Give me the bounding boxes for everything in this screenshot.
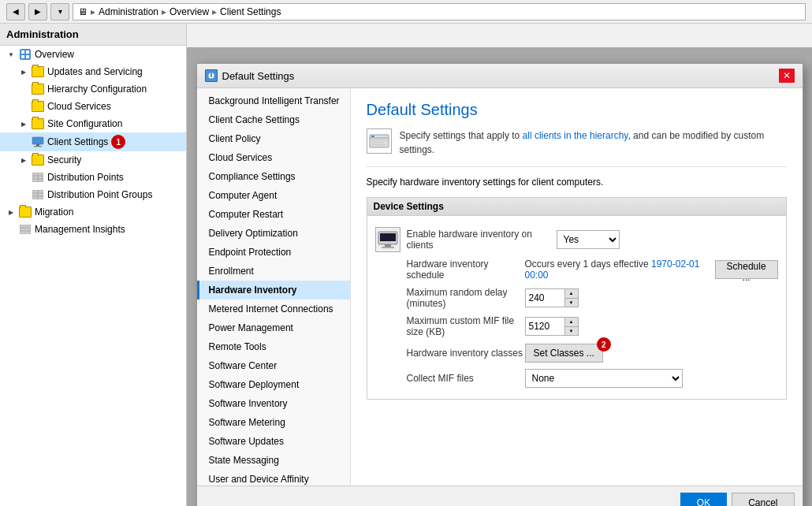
schedule-text: Occurs every 1 days effective 1970-02-01…: [525, 259, 709, 281]
forward-button[interactable]: ▶: [28, 3, 47, 20]
nav-item-hardware-inventory[interactable]: Hardware Inventory: [197, 281, 350, 300]
svg-rect-24: [371, 136, 374, 137]
nav-item-computer-restart[interactable]: Computer Restart: [197, 205, 350, 224]
main-container: Administration ▼ Overview ▶ Updates and …: [0, 24, 812, 506]
label-collect-mif: Collect MIF files: [375, 373, 525, 384]
sidebar-item-updates[interactable]: ▶ Updates and Servicing: [0, 63, 186, 80]
set-classes-button[interactable]: Set Classes ...: [525, 344, 603, 363]
spinbox-max-delay: ▲ ▼: [525, 288, 579, 307]
spinbox-mif-size: ▲ ▼: [525, 317, 579, 336]
control-mif-size: ▲ ▼: [525, 317, 579, 336]
nav-item-software-updates[interactable]: Software Updates: [197, 432, 350, 451]
ok-button[interactable]: OK: [680, 493, 727, 506]
schedule-button[interactable]: Schedule ...: [715, 260, 778, 279]
nav-item-metered-internet[interactable]: Metered Internet Connections: [197, 300, 350, 318]
dropdown-button[interactable]: ▾: [50, 3, 69, 20]
nav-item-remote-tools[interactable]: Remote Tools: [197, 337, 350, 356]
dialog: Default Settings ✕ Background Intelligen…: [196, 63, 803, 506]
nav-item-software-center[interactable]: Software Center: [197, 356, 350, 375]
sidebar-item-overview[interactable]: ▼ Overview: [0, 46, 186, 63]
svg-rect-2: [26, 50, 29, 54]
sidebar-item-security[interactable]: ▶ Security: [0, 151, 186, 169]
sidebar-item-dist-points[interactable]: Distribution Points: [0, 169, 186, 186]
sidebar-item-mgmt-insights[interactable]: Management Insights: [0, 221, 186, 238]
spin-btns-mif: ▲ ▼: [565, 318, 578, 335]
dropdown-collect-mif[interactable]: None Collect IDMIF files Collect NOIDMIF…: [525, 369, 683, 388]
spin-btns-delay: ▲ ▼: [565, 289, 578, 307]
dialog-close-button[interactable]: ✕: [779, 69, 795, 83]
sidebar-label-site-config: Site Configuration: [47, 118, 122, 129]
folder-icon-security: [32, 154, 44, 166]
spin-down-mif[interactable]: ▼: [565, 327, 578, 336]
settings-row-max-delay: Maximum random delay (minutes) ▲ ▼: [375, 284, 778, 312]
table-icon-dp: [32, 172, 44, 183]
info-text-1: Specify settings that apply to: [400, 130, 523, 141]
svg-rect-5: [32, 137, 43, 144]
svg-rect-4: [26, 55, 29, 58]
breadcrumb-client-settings[interactable]: Client Settings: [220, 6, 281, 17]
dialog-titlebar: Default Settings ✕: [197, 64, 803, 88]
nav-item-cloud-services[interactable]: Cloud Services: [197, 148, 350, 167]
nav-item-delivery-optimization[interactable]: Delivery Optimization: [197, 224, 350, 243]
pc-icon-client: [32, 136, 44, 147]
sidebar-item-migration[interactable]: ▶ Migration: [0, 203, 186, 221]
control-collect-mif: None Collect IDMIF files Collect NOIDMIF…: [525, 369, 683, 388]
breadcrumb-overview[interactable]: Overview: [169, 6, 209, 17]
nav-item-user-device-affinity[interactable]: User and Device Affinity: [197, 470, 350, 486]
nav-item-enrollment[interactable]: Enrollment: [197, 262, 350, 281]
spin-down-delay[interactable]: ▼: [565, 299, 578, 307]
folder-icon-hierarchy: [32, 84, 44, 95]
label-max-delay: Maximum random delay (minutes): [375, 287, 525, 309]
nav-item-background-transfer[interactable]: Background Intelligent Transfer: [197, 91, 350, 110]
sidebar-label-dist-points: Distribution Points: [47, 172, 124, 183]
nav-item-power-management[interactable]: Power Management: [197, 318, 350, 337]
settings-row-schedule: Hardware inventory schedule Occurs every…: [375, 255, 778, 284]
control-max-delay: ▲ ▼: [525, 288, 579, 307]
nav-panel: Background Intelligent Transfer Client C…: [197, 88, 351, 486]
nav-item-computer-agent[interactable]: Computer Agent: [197, 186, 350, 205]
content-panel: Default Settings: [351, 88, 803, 486]
expand-arrow-migration: ▶: [6, 207, 16, 217]
info-icon: [367, 128, 392, 154]
schedule-date: 1970-02-01 00:00: [525, 259, 700, 281]
sidebar-item-cloud[interactable]: Cloud Services: [0, 98, 186, 115]
svg-rect-27: [371, 144, 386, 146]
spinbox-input-delay[interactable]: [526, 289, 565, 307]
badge-1: 1: [111, 135, 125, 149]
dialog-body: Background Intelligent Transfer Client C…: [197, 88, 803, 486]
sidebar-item-dist-groups[interactable]: Distribution Point Groups: [0, 186, 186, 203]
expand-arrow: ▼: [6, 50, 16, 59]
cancel-button[interactable]: Cancel: [732, 493, 794, 506]
nav-item-software-inventory[interactable]: Software Inventory: [197, 394, 350, 413]
dropdown-enable-hw[interactable]: Yes No: [557, 230, 620, 249]
nav-item-state-messaging[interactable]: State Messaging: [197, 451, 350, 470]
spin-up-delay[interactable]: ▲: [565, 289, 578, 299]
nav-item-software-metering[interactable]: Software Metering: [197, 413, 350, 432]
svg-rect-21: [210, 73, 212, 75]
control-enable-hw: Yes No: [557, 230, 620, 249]
sidebar-item-client-settings[interactable]: Client Settings 1: [0, 132, 186, 151]
sidebar-item-hierarchy[interactable]: Hierarchy Configuration: [0, 80, 186, 98]
settings-row-mif-size: Maximum custom MIF file size (KB) ▲ ▼: [375, 312, 778, 340]
nav-item-client-policy[interactable]: Client Policy: [197, 129, 350, 148]
expand-arrow-updates: ▶: [19, 67, 28, 76]
nav-item-endpoint-protection[interactable]: Endpoint Protection: [197, 243, 350, 262]
dialog-overlay: Default Settings ✕ Background Intelligen…: [187, 47, 812, 506]
spinbox-input-mif[interactable]: [526, 318, 565, 335]
settings-body: Enable hardware inventory on clients Yes…: [367, 216, 786, 399]
label-enable-hw: Enable hardware inventory on clients: [407, 229, 557, 251]
label-schedule: Hardware inventory schedule: [375, 259, 525, 281]
sidebar-header: Administration: [0, 24, 186, 46]
back-button[interactable]: ◀: [6, 3, 25, 20]
sidebar-item-site-config[interactable]: ▶ Site Configuration: [0, 115, 186, 132]
breadcrumb-admin[interactable]: Administration: [99, 6, 158, 17]
nav-item-compliance[interactable]: Compliance Settings: [197, 167, 350, 186]
spin-up-mif[interactable]: ▲: [565, 318, 578, 327]
label-hw-classes: Hardware inventory classes: [375, 348, 525, 359]
nav-item-client-cache[interactable]: Client Cache Settings: [197, 110, 350, 129]
label-mif-size: Maximum custom MIF file size (KB): [375, 315, 525, 337]
content-title: Default Settings: [367, 101, 787, 119]
badge-2: 2: [597, 337, 611, 352]
address-bar: 🖥 ▸ Administration ▸ Overview ▸ Client S…: [73, 3, 806, 20]
nav-item-software-deployment[interactable]: Software Deployment: [197, 375, 350, 394]
